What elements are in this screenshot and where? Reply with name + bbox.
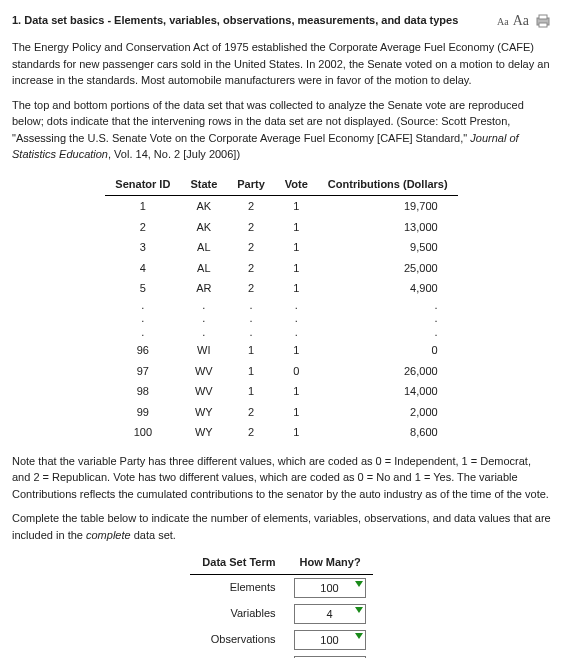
data-table: Senator ID State Party Vote Contribution… <box>105 173 457 443</box>
svg-rect-1 <box>539 15 547 19</box>
col-contributions: Contributions (Dollars) <box>318 173 458 196</box>
table-header-row: Senator ID State Party Vote Contribution… <box>105 173 457 196</box>
answer-row: Elements100 <box>190 574 372 601</box>
answer-col-howmany: How Many? <box>288 551 373 574</box>
p4-complete: complete <box>86 529 131 541</box>
p2-text-c: , Vol. 14, No. 2 [July 2006]) <box>108 148 240 160</box>
print-icon[interactable] <box>535 14 551 28</box>
table-row: 99WY212,000 <box>105 402 457 423</box>
p4-text-c: data set. <box>131 529 176 541</box>
table-row: 5AR214,900 <box>105 278 457 299</box>
answer-row: Measurements2 <box>190 653 372 658</box>
answer-col-term: Data Set Term <box>190 551 287 574</box>
col-state: State <box>180 173 227 196</box>
col-party: Party <box>227 173 275 196</box>
col-vote: Vote <box>275 173 318 196</box>
table-row: 3AL219,500 <box>105 237 457 258</box>
answer-row: Variables4 <box>190 601 372 627</box>
table-row: 2AK2113,000 <box>105 217 457 238</box>
answer-dropdown[interactable]: 4 <box>294 604 366 624</box>
intro-paragraph-2: The top and bottom portions of the data … <box>12 97 551 163</box>
table-row: 98WV1114,000 <box>105 381 457 402</box>
svg-rect-2 <box>539 23 547 27</box>
instruction-paragraph: Complete the table below to indicate the… <box>12 510 551 543</box>
table-row: 4AL2125,000 <box>105 258 457 279</box>
table-row: 96WI110 <box>105 340 457 361</box>
col-senator-id: Senator ID <box>105 173 180 196</box>
font-large-icon[interactable]: Aa <box>513 10 529 31</box>
answer-term: Measurements <box>190 653 287 658</box>
table-row: 97WV1026,000 <box>105 361 457 382</box>
p2-text-a: The top and bottom portions of the data … <box>12 99 524 144</box>
ellipsis-row: ..... <box>105 299 457 313</box>
intro-paragraph-1: The Energy Policy and Conservation Act o… <box>12 39 551 89</box>
ellipsis-row: ..... <box>105 312 457 326</box>
question-title: 1. Data set basics - Elements, variables… <box>12 12 497 29</box>
note-paragraph: Note that the variable Party has three d… <box>12 453 551 503</box>
table-row: 1AK2119,700 <box>105 196 457 217</box>
font-small-icon[interactable]: Aa <box>497 14 509 29</box>
font-size-controls: Aa Aa <box>497 10 529 31</box>
ellipsis-row: ..... <box>105 326 457 340</box>
answer-dropdown[interactable]: 100 <box>294 578 366 598</box>
answer-term: Observations <box>190 627 287 653</box>
answer-term: Elements <box>190 574 287 601</box>
answer-term: Variables <box>190 601 287 627</box>
answer-table: Data Set Term How Many? Elements100Varia… <box>190 551 372 658</box>
table-row: 100WY218,600 <box>105 422 457 443</box>
answer-row: Observations100 <box>190 627 372 653</box>
answer-dropdown[interactable]: 100 <box>294 630 366 650</box>
